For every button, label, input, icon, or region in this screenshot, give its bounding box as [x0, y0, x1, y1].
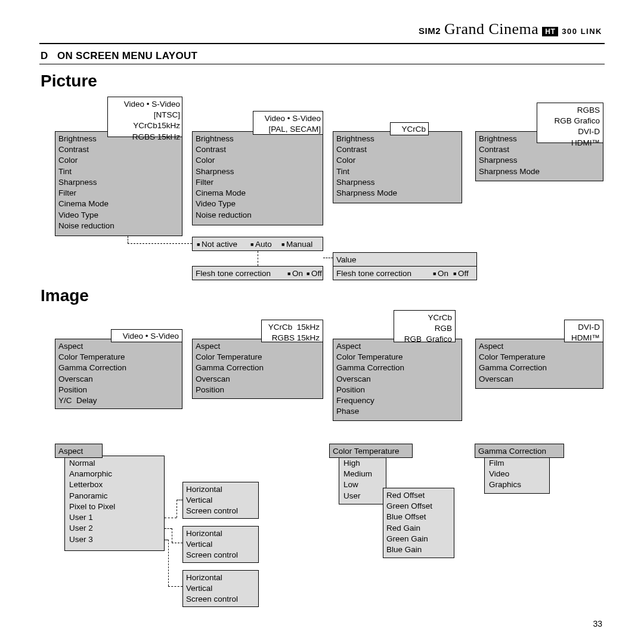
page-number: 33 — [593, 619, 602, 628]
image-menu-4: Aspect Color Temperature Gamma Correctio… — [479, 341, 547, 385]
brand-cursive: Grand Cinema — [444, 20, 538, 38]
image-label-2: YCrCb 15kHz RGBS 15kHz — [261, 322, 320, 343]
position-c: Horizontal Vertical Screen control — [186, 572, 238, 605]
picture-menu-3: Brightness Contrast Color Tint Sharpness… — [336, 134, 397, 199]
aspect-title: Aspect — [58, 446, 83, 457]
ftc-left-off: Off — [306, 268, 322, 279]
picture-label-4: RGBS RGB Grafico DVI-D HDMI™ — [537, 105, 600, 148]
ftc-right-off: Off — [453, 268, 469, 279]
image-label-1: Video • S-Video — [111, 331, 179, 342]
section-title: ON SCREEN MENU LAYOUT — [57, 50, 197, 62]
connector — [172, 528, 172, 543]
connector — [128, 243, 192, 244]
connector — [168, 586, 182, 587]
connector — [168, 540, 169, 586]
connector — [172, 543, 182, 543]
picture-menu-1: Brightness Contrast Color Tint Sharpness… — [58, 134, 114, 231]
position-a: Horizontal Vertical Screen control — [186, 484, 238, 517]
brand-ht-badge: HT — [542, 27, 558, 36]
document-page: SIM2 Grand Cinema HT 300 LINK D ON SCREE… — [0, 0, 644, 644]
rule-sub — [39, 64, 605, 64]
image-label-3: YCrCb RGB RGB Grafico — [394, 312, 452, 345]
connector — [165, 518, 177, 518]
colortemp-options: High Medium Low User — [343, 458, 372, 501]
picture-label-2: Video • S-Video [PAL, SECAM] — [254, 113, 321, 135]
noise-opt-auto: Auto — [250, 239, 272, 250]
heading-picture: Picture — [41, 72, 97, 91]
connector — [258, 251, 258, 266]
connector — [177, 500, 182, 500]
image-menu-2: Aspect Color Temperature Gamma Correctio… — [196, 341, 264, 395]
noise-opt-manual: Manual — [281, 239, 312, 250]
section-letter: D — [41, 50, 48, 62]
image-menu-1: Aspect Color Temperature Gamma Correctio… — [58, 341, 126, 406]
connector — [177, 500, 177, 518]
brand-header: SIM2 Grand Cinema HT 300 LINK — [419, 20, 602, 38]
ftc-right-label: Flesh tone correction — [336, 268, 411, 279]
ftc-right-on: On — [433, 268, 448, 279]
connector — [165, 528, 172, 529]
ftc-left-label: Flesh tone correction — [196, 268, 271, 279]
gamma-options: Film Video Graphics — [489, 458, 521, 491]
user-ct-options: Red Offset Green Offset Blue Offset Red … — [386, 490, 432, 555]
image-label-4: DVI-D HDMI™ — [564, 322, 600, 343]
brand-model: 300 LINK — [562, 27, 602, 36]
connector — [128, 236, 128, 243]
gamma-title: Gamma Correction — [478, 446, 546, 457]
picture-menu-4: Brightness Contrast Sharpness Sharpness … — [479, 134, 540, 177]
heading-image: Image — [41, 286, 89, 305]
colortemp-title: Color Temperature — [333, 446, 400, 457]
noise-opt-notactive: Not active — [197, 239, 237, 250]
connector — [323, 258, 333, 258]
picture-menu-2: Brightness Contrast Color Sharpness Filt… — [196, 134, 252, 221]
aspect-options: Normal Anamorphic Letterbox Panoramic Pi… — [69, 458, 115, 545]
rule-top — [39, 43, 605, 44]
ftc-left-on: On — [287, 268, 303, 279]
image-menu-3: Aspect Color Temperature Gamma Correctio… — [336, 341, 404, 417]
brand-sim2: SIM2 — [419, 26, 441, 36]
value-label: Value — [336, 255, 357, 265]
picture-label-1: Video • S-Video [NTSC] YCrCb15kHz RGBS 1… — [109, 99, 180, 143]
position-b: Horizontal Vertical Screen control — [186, 528, 238, 561]
